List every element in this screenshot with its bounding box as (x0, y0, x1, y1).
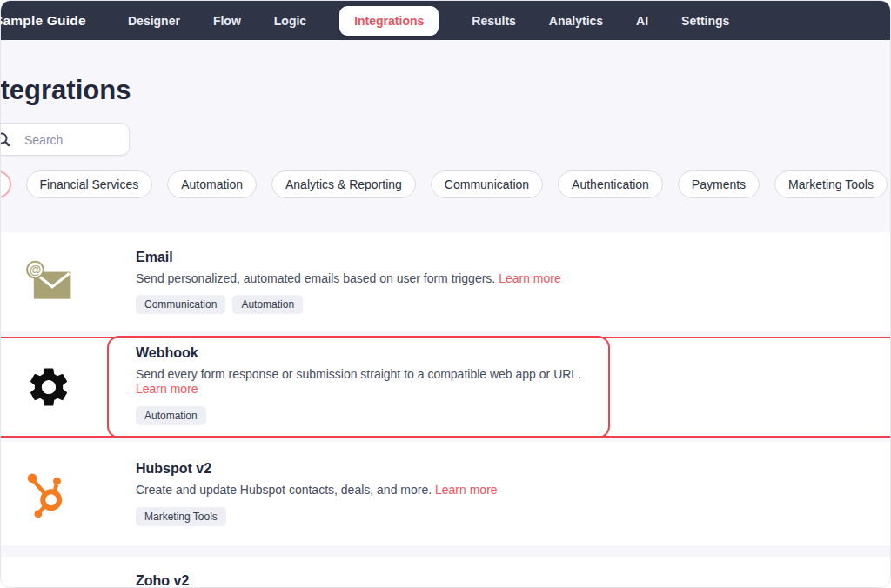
highlight-annotation-box: WebhookSend every form response or submi… (107, 336, 610, 438)
learn-more-link[interactable]: Learn more (435, 483, 498, 497)
category-filters: AllFinancial ServicesAutomationAnalytics… (0, 170, 891, 198)
filter-pill-analytics-reporting[interactable]: Analytics & Reporting (271, 170, 416, 198)
filter-pill-financial-services[interactable]: Financial Services (26, 170, 153, 198)
nav-tab-designer[interactable]: Designer (128, 14, 180, 28)
nav-tab-results[interactable]: Results (472, 14, 516, 28)
integration-card-hubspot-v2[interactable]: Hubspot v2Create and update Hubspot cont… (1, 442, 890, 545)
top-navbar: Sample Guide DesignerFlowLogicIntegratio… (1, 1, 890, 40)
integration-card-content: Zoho v2 (136, 557, 189, 588)
nav-tab-flow[interactable]: Flow (213, 14, 241, 28)
app-window: Sample Guide DesignerFlowLogicIntegratio… (0, 0, 891, 588)
learn-more-link[interactable]: Learn more (499, 271, 561, 285)
integration-title: Email (136, 250, 561, 265)
tag-automation: Automation (232, 295, 303, 314)
integration-description: Create and update Hubspot contacts, deal… (136, 483, 498, 498)
app-brand: Sample Guide (0, 1, 86, 40)
integration-card-content: EmailSend personalized, automated emails… (136, 250, 561, 314)
email-envelope-icon: @ (25, 258, 72, 305)
integration-title: Webhook (136, 345, 591, 361)
integration-card-email[interactable]: @ EmailSend personalized, automated emai… (1, 232, 890, 331)
svg-text:@: @ (30, 263, 42, 277)
hubspot-sprocket-icon (25, 466, 72, 522)
integration-card-webhook[interactable]: WebhookSend every form response or submi… (1, 337, 890, 438)
nav-tab-logic[interactable]: Logic (274, 14, 306, 28)
search-icon (0, 131, 10, 147)
filter-pill-authentication[interactable]: Authentication (558, 170, 663, 198)
page-title: Integrations (0, 75, 131, 106)
filter-pill-payments[interactable]: Payments (678, 170, 760, 198)
integration-title: Hubspot v2 (136, 461, 498, 477)
filter-pill-automation[interactable]: Automation (167, 170, 257, 198)
filter-pill-all[interactable]: All (0, 170, 11, 198)
search-box[interactable] (0, 123, 130, 156)
integration-card-content: Hubspot v2Create and update Hubspot cont… (136, 461, 498, 525)
integration-description: Send personalized, automated emails base… (136, 271, 561, 287)
integration-tags: Automation (136, 406, 591, 425)
navbar-items: DesignerFlowLogicIntegrationsResultsAnal… (128, 6, 729, 36)
integration-description: Send every form response or submission s… (136, 367, 591, 398)
integration-card-zoho-v2[interactable]: Zoho v2 (1, 557, 890, 588)
filter-pill-communication[interactable]: Communication (431, 170, 543, 198)
integration-tags: CommunicationAutomation (136, 295, 561, 314)
filter-pill-marketing-tools[interactable]: Marketing Tools (774, 170, 888, 198)
tag-communication: Communication (136, 295, 225, 314)
nav-tab-settings[interactable]: Settings (681, 14, 729, 28)
tag-automation: Automation (136, 406, 206, 425)
integrations-page: Integrations AllFinancial ServicesAutoma… (1, 40, 890, 587)
webhook-gear-icon (25, 363, 72, 411)
search-input[interactable] (23, 124, 124, 157)
integration-title: Zoho v2 (136, 573, 189, 588)
tag-marketing-tools: Marketing Tools (136, 507, 226, 526)
nav-tab-integrations[interactable]: Integrations (339, 6, 439, 36)
integration-tags: Marketing Tools (136, 507, 498, 526)
integration-list: @ EmailSend personalized, automated emai… (1, 232, 890, 588)
learn-more-link[interactable]: Learn more (136, 382, 198, 396)
nav-tab-ai[interactable]: AI (636, 14, 648, 28)
nav-tab-analytics[interactable]: Analytics (549, 14, 603, 28)
